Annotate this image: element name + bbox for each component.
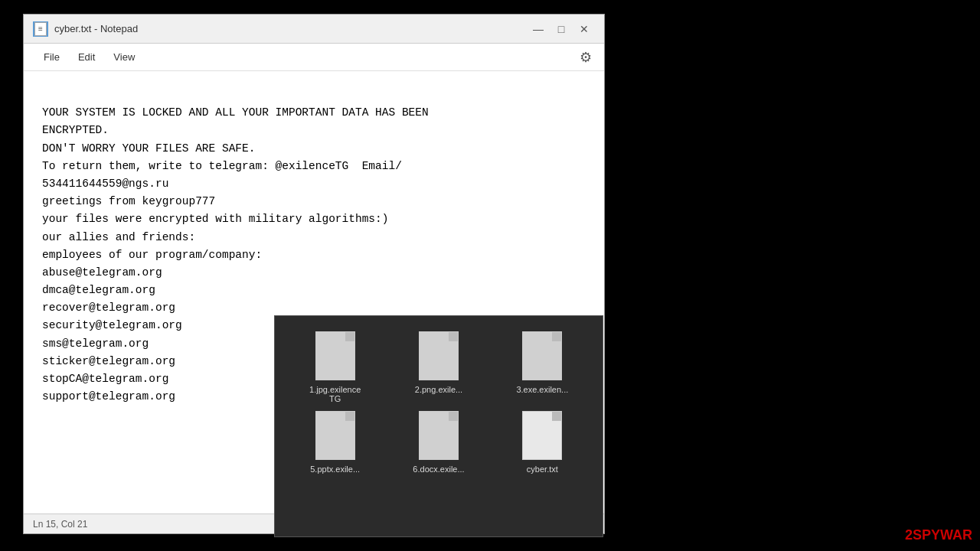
menu-items: File Edit View [36,48,142,66]
menu-bar: File Edit View ⚙ [24,44,604,71]
file-item-2[interactable]: 2.png.exile... [390,331,486,403]
file-item-3[interactable]: 3.exe.exilen... [495,331,590,403]
file-icon-1 [315,331,355,380]
file-label-2: 2.png.exile... [415,385,462,394]
window-controls: — □ ✕ [528,21,595,37]
menu-view[interactable]: View [106,48,142,66]
close-button[interactable]: ✕ [573,21,595,37]
notepad-app-icon [33,21,48,37]
cursor-position: Ln 15, Col 21 [33,519,87,530]
file-item-4[interactable]: 5.pptx.exile... [287,411,383,474]
status-left: Ln 15, Col 21 [33,519,87,530]
file-label-3: 3.exe.exilen... [516,385,568,394]
file-explorer: 1.jpg.exilenceTG 2.png.exile... 3.exe.ex… [274,315,603,537]
file-item-1[interactable]: 1.jpg.exilenceTG [287,331,383,403]
file-label-6: cyber.txt [527,465,558,474]
menu-file[interactable]: File [36,48,67,66]
file-icon-5 [419,411,459,460]
file-label-4: 5.pptx.exile... [310,465,360,474]
file-icon-2 [419,331,459,380]
file-icon-3 [522,331,562,380]
maximize-button[interactable]: □ [550,21,572,37]
minimize-button[interactable]: — [528,21,549,37]
watermark: 2SPYWAR [905,527,972,543]
window-title: cyber.txt - Notepad [54,23,138,34]
file-label-5: 6.docx.exile... [413,465,464,474]
file-item-5[interactable]: 6.docx.exile... [390,411,486,474]
menu-edit[interactable]: Edit [70,48,103,66]
file-icon-4 [315,411,355,460]
file-item-6[interactable]: cyber.txt [495,411,590,474]
file-label-1: 1.jpg.exilenceTG [309,385,361,403]
settings-icon[interactable]: ⚙ [580,49,592,66]
title-bar: cyber.txt - Notepad — □ ✕ [24,15,604,44]
title-bar-left: cyber.txt - Notepad [33,21,138,37]
file-icon-6 [522,411,562,460]
